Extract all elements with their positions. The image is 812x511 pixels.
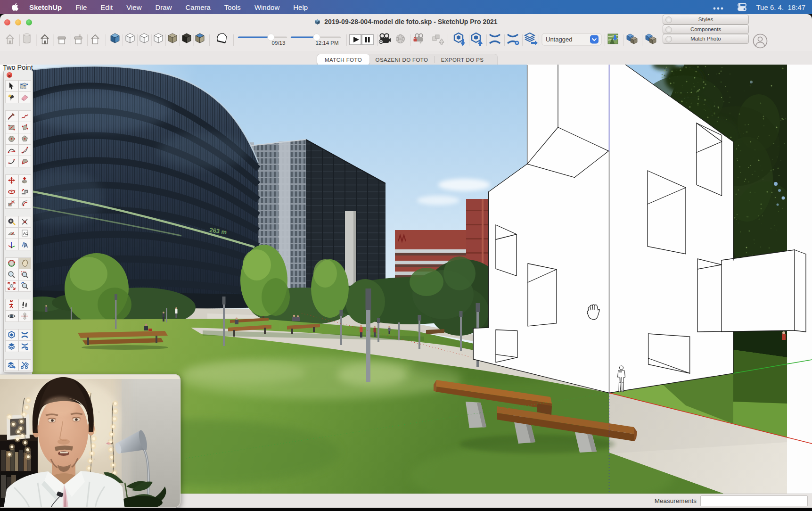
svg-text:12:14 PM: 12:14 PM	[315, 40, 338, 46]
svg-text:09/13: 09/13	[272, 40, 286, 46]
svg-text:A: A	[24, 242, 28, 249]
svg-text:A1: A1	[23, 231, 28, 236]
svg-text:Untagged: Untagged	[546, 36, 572, 43]
